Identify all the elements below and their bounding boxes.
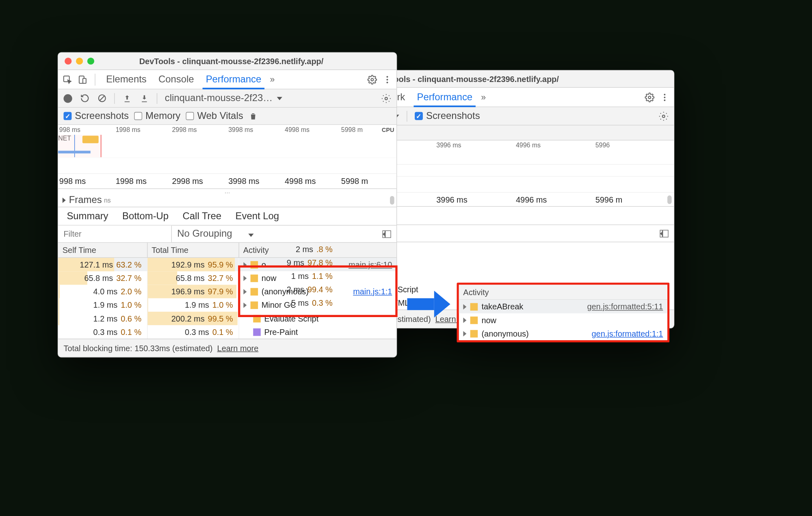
kebab-icon[interactable] (382, 75, 392, 84)
screenshots-checkbox[interactable]: Screenshots (63, 110, 129, 122)
svg-point-3 (664, 99, 665, 101)
svg-point-8 (371, 78, 373, 81)
checkbox-checked-icon (415, 112, 423, 120)
sidepanel-toggle-icon[interactable] (660, 230, 668, 237)
devtools-window-left: DevTools - clinquant-mousse-2f2396.netli… (58, 52, 397, 358)
screenshots-checkbox[interactable]: Screenshots (415, 110, 480, 122)
mini-activity-header: Activity (459, 285, 667, 300)
trash-icon[interactable] (249, 111, 258, 121)
gear-icon[interactable] (645, 92, 654, 102)
svg-point-11 (386, 82, 388, 83)
traffic-lights[interactable] (65, 58, 94, 65)
expand-icon[interactable] (63, 197, 66, 203)
source-link[interactable]: main.js:1:1 (353, 287, 392, 296)
close-window-icon[interactable] (65, 58, 71, 65)
table-row[interactable]: 127.1 ms63.2 %192.9 ms95.9 %omain.js:6:1… (58, 257, 396, 271)
frames-row[interactable]: Frames ns (58, 193, 396, 207)
activity-color-icon (253, 328, 261, 336)
timeline-overview[interactable]: 998 ms 1998 ms 2998 ms 3998 ms 4998 ms 5… (58, 125, 396, 189)
tab-console[interactable]: Console (155, 70, 197, 89)
script-icon (470, 316, 478, 324)
subtab-eventlog[interactable]: Event Log (230, 210, 284, 222)
source-link[interactable]: gen.js:formatted:1:1 (592, 329, 663, 338)
upload-icon[interactable] (122, 93, 132, 103)
table-row[interactable]: 65.8 ms32.7 %65.8 ms32.7 %now (58, 271, 396, 285)
tab-elements[interactable]: Elements (103, 70, 149, 89)
col-totaltime[interactable]: Total Time (147, 243, 238, 257)
source-link[interactable]: main.js:6:10 (349, 260, 392, 269)
perf-table: Self Time Total Time Activity 127.1 ms63… (58, 243, 396, 339)
expand-icon[interactable] (243, 289, 247, 294)
perf-toolbar: clinquant-mousse-2f23… (58, 89, 396, 108)
checkbox-icon (186, 112, 194, 120)
subtab-calltree[interactable]: Call Tree (177, 210, 227, 222)
perf-subtabs: Summary Bottom-Up Call Tree Event Log (58, 207, 396, 226)
clear-icon[interactable] (97, 93, 107, 103)
footer: Total blocking time: 150.33ms (estimated… (58, 339, 396, 357)
sidepanel-toggle-icon[interactable] (382, 230, 391, 238)
flame-chunk (82, 136, 99, 143)
table-row[interactable]: 0.3 ms0.1 %0.3 ms0.1 %Pre-Paint (58, 325, 396, 339)
kebab-icon[interactable] (660, 92, 669, 102)
comparison-arrow (407, 291, 450, 317)
gear-icon[interactable] (659, 111, 669, 121)
expand-icon[interactable] (463, 331, 466, 336)
activity-color-icon (250, 288, 258, 296)
table-row[interactable]: 1.2 ms0.6 %200.2 ms99.5 %Evaluate Script (58, 312, 396, 325)
expand-icon[interactable] (463, 317, 466, 323)
more-tabs-icon[interactable]: » (270, 75, 275, 84)
activity-row[interactable]: (anonymous) gen.js:formatted:1:1 (459, 327, 667, 340)
more-tabs-icon[interactable]: » (481, 92, 486, 102)
record-button[interactable] (63, 94, 72, 102)
memory-checkbox[interactable]: Memory (134, 110, 180, 122)
inspect-icon[interactable] (63, 75, 72, 84)
caret-down-icon (277, 97, 282, 100)
cpu-label: CPU (382, 127, 394, 133)
svg-point-0 (648, 96, 651, 98)
window-title: DevTools - clinquant-mousse-2f2396.netli… (99, 56, 396, 66)
activity-color-icon (253, 315, 261, 322)
svg-rect-7 (83, 78, 86, 83)
grouping-dropdown[interactable]: No Grouping (172, 228, 396, 240)
frames-label: Frames (69, 194, 102, 206)
learn-more-link[interactable]: Learn more (217, 343, 259, 353)
activity-row[interactable]: now (459, 313, 667, 327)
expand-icon[interactable] (243, 302, 247, 308)
webvitals-checkbox[interactable]: Web Vitals (186, 110, 243, 122)
tab-performance[interactable]: Performance (414, 88, 476, 106)
expand-icon[interactable] (463, 304, 466, 309)
subtab-bottomup[interactable]: Bottom-Up (117, 210, 174, 222)
minimize-window-icon[interactable] (76, 58, 83, 65)
svg-point-4 (663, 115, 665, 117)
reload-icon[interactable] (80, 93, 89, 103)
url-dropdown[interactable]: clinquant-mousse-2f23… (165, 93, 282, 104)
highlight-box-after: Activity takeABreak gen.js:formatted:5:1… (457, 283, 669, 342)
net-chunk (58, 151, 91, 153)
svg-point-2 (664, 96, 665, 98)
table-row[interactable]: 1.9 ms1.0 %1.9 ms1.0 %Minor GC (58, 298, 396, 312)
scroll-indicator[interactable] (667, 195, 672, 204)
col-selftime[interactable]: Self Time (58, 243, 147, 257)
download-icon[interactable] (139, 93, 149, 103)
zoom-window-icon[interactable] (87, 58, 94, 65)
source-link[interactable]: gen.js:formatted:5:11 (587, 302, 663, 311)
subtab-summary[interactable]: Summary (61, 210, 114, 222)
main-tabbar: Elements Console Performance » (58, 70, 396, 89)
caret-down-icon (248, 233, 253, 237)
svg-point-10 (386, 79, 388, 80)
titlebar[interactable]: DevTools - clinquant-mousse-2f2396.netli… (58, 53, 396, 70)
activity-color-icon (250, 261, 258, 268)
tab-performance[interactable]: Performance (203, 70, 265, 89)
expand-icon[interactable] (243, 275, 247, 281)
filter-row: No Grouping (58, 226, 396, 243)
gear-icon[interactable] (367, 75, 377, 84)
expand-icon[interactable] (243, 262, 247, 267)
svg-point-9 (386, 76, 388, 78)
activity-row[interactable]: takeABreak gen.js:formatted:5:11 (459, 300, 667, 313)
table-row[interactable]: 4.0 ms2.0 %196.9 ms97.9 %(anonymous)main… (58, 285, 396, 298)
scroll-indicator[interactable] (390, 196, 394, 204)
activity-color-icon (250, 301, 258, 309)
gear-icon[interactable] (381, 93, 391, 103)
filter-input[interactable] (58, 226, 172, 242)
device-icon[interactable] (78, 75, 87, 84)
